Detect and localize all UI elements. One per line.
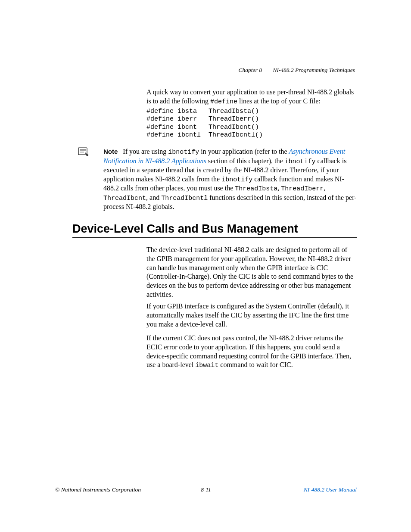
- note-c5: ThreadIberr: [281, 185, 324, 193]
- note-c7: ThreadIbcntl: [161, 195, 208, 202]
- page: Chapter 8 NI-488.2 Programming Technique…: [0, 0, 411, 532]
- heading-rule: [72, 237, 357, 238]
- para3-t2: command to wait for CIC.: [218, 361, 293, 368]
- note-c2: ibnotify: [285, 158, 316, 165]
- note-c4: ThreadIbsta: [235, 185, 277, 193]
- intro-paragraph: A quick way to convert your application …: [146, 88, 357, 106]
- note-block: Note If you are using ibnotify in your a…: [103, 147, 357, 212]
- chapter-title: NI-488.2 Programming Techniques: [273, 67, 355, 73]
- note-t8: , and: [146, 194, 161, 201]
- note-c1: ibnotify: [168, 149, 199, 156]
- note-t7: ,: [324, 184, 325, 192]
- section-heading-wrap: Device-Level Calls and Bus Management: [72, 222, 357, 238]
- para3-c1: ibwait: [195, 362, 218, 369]
- footer: © National Instruments Corporation 8-11 …: [55, 486, 357, 493]
- footer-page-number: 8-11: [55, 486, 357, 493]
- paragraph-1: The device-level traditional NI-488.2 ca…: [146, 246, 357, 299]
- note-t2: in your application (refer to the: [199, 148, 289, 155]
- code-block: #define ibsta ThreadIbsta() #define iber…: [146, 108, 357, 139]
- chapter-label: Chapter 8: [239, 67, 262, 73]
- intro-text-after: lines at the top of your C file:: [237, 97, 321, 105]
- section-heading: Device-Level Calls and Bus Management: [72, 222, 357, 236]
- note-icon: [78, 147, 89, 157]
- note-t3: section of this chapter), the: [206, 157, 285, 165]
- running-header: Chapter 8 NI-488.2 Programming Technique…: [239, 67, 355, 74]
- intro-code-word: #define: [210, 98, 237, 106]
- note-t1: If you are using: [123, 148, 168, 155]
- paragraph-3: If the current CIC does not pass control…: [146, 334, 357, 370]
- note-label: Note: [103, 148, 118, 155]
- note-c3: ibnotify: [221, 176, 252, 184]
- note-c6: ThreadIbcnt: [103, 195, 146, 202]
- paragraph-2: If your GPIB interface is configured as …: [146, 302, 357, 329]
